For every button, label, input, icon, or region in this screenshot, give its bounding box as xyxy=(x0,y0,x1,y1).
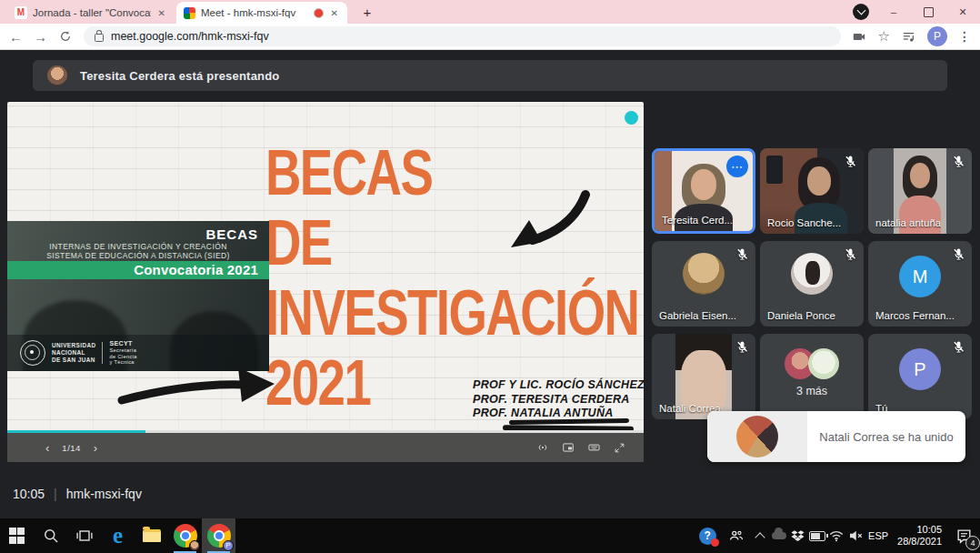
browser-menu-icon[interactable]: ⋮ xyxy=(958,29,971,44)
hand-arrow-down-left xyxy=(505,189,593,255)
back-button[interactable]: ← xyxy=(9,30,23,44)
mic-muted-icon xyxy=(952,155,965,168)
tile-daniela[interactable]: Daniela Ponce xyxy=(760,241,864,327)
photo-heading: BECAS xyxy=(205,226,258,242)
participant-name: Gabriela Eisen... xyxy=(659,310,736,321)
overflow-avatar xyxy=(808,348,839,379)
tile-natalia[interactable]: natalia antuña xyxy=(868,148,972,234)
taskbar-clock[interactable]: 10:05 28/8/2021 xyxy=(892,524,947,548)
keyboard-icon[interactable] xyxy=(587,441,601,454)
browser-toolbar: ← → meet.google.com/hmk-msxi-fqv ☆ P ⋮ xyxy=(0,24,980,50)
close-button[interactable]: ✕ xyxy=(945,0,980,24)
start-button[interactable] xyxy=(0,518,34,553)
fullscreen-icon[interactable] xyxy=(614,442,625,454)
university-name: UNIVERSIDAD NACIONAL DE SAN JUAN xyxy=(52,342,95,364)
tab-meet-active[interactable]: Meet - hmk-msxi-fqv ✕ xyxy=(176,2,347,24)
help-icon: ? xyxy=(699,528,716,545)
minimize-button[interactable]: – xyxy=(876,0,911,24)
mic-muted-icon xyxy=(735,247,749,261)
toast-avatar xyxy=(736,416,778,457)
tile-rocio[interactable]: Rocio Sanche... xyxy=(760,148,864,234)
language-indicator[interactable]: ESP xyxy=(865,518,892,553)
credits-underline xyxy=(509,418,629,425)
toast-text: Natali Correa se ha unido xyxy=(807,411,965,462)
chrome-profile-badge xyxy=(189,540,200,551)
task-view-icon xyxy=(75,527,94,545)
people-tray-icon[interactable] xyxy=(723,518,750,553)
forward-button[interactable]: → xyxy=(34,30,47,44)
dropbox-tray-icon[interactable] xyxy=(788,518,807,553)
mic-muted-icon xyxy=(844,155,857,168)
action-center-button[interactable]: 4 xyxy=(947,518,980,553)
battery-icon xyxy=(809,531,825,541)
university-seal-icon xyxy=(20,340,45,366)
meet-control-bar: 10:05 | hmk-msxi-fqv CC ⋮ i 12 xyxy=(0,468,980,518)
extension-icon[interactable] xyxy=(901,29,916,45)
new-tab-button[interactable]: + xyxy=(356,2,378,24)
tile-teresita[interactable]: ⋯ Teresita Cerd... xyxy=(652,148,755,234)
dropbox-icon xyxy=(790,528,805,544)
presenter-avatar xyxy=(47,65,67,85)
cast-icon[interactable] xyxy=(536,441,549,454)
cloud-icon xyxy=(772,532,786,539)
slide-photo: BECAS INTERNAS DE INVESTIGACIÓN Y CREACI… xyxy=(7,221,269,371)
chrome-window-1[interactable] xyxy=(168,518,202,553)
file-explorer-button[interactable] xyxy=(135,518,168,553)
browser-avatar[interactable]: P xyxy=(927,26,947,46)
window-profile-icon[interactable] xyxy=(853,4,869,20)
tab-jornada[interactable]: M Jornada - taller "Convocatoria a l ✕ xyxy=(7,2,175,24)
search-icon xyxy=(42,527,60,545)
network-tray-icon[interactable] xyxy=(826,518,845,553)
mic-muted-icon xyxy=(735,340,749,354)
task-view-button[interactable] xyxy=(67,518,101,553)
tile-more-options[interactable]: ⋯ xyxy=(726,156,748,177)
participant-name: Daniela Ponce xyxy=(767,310,835,321)
slide-viewer-bar: ‹ 1/14 › xyxy=(7,433,644,462)
bookmark-star-icon[interactable]: ☆ xyxy=(878,28,890,45)
tile-overflow[interactable]: 3 más xyxy=(760,334,864,419)
join-notification: Natali Correa se ha unido xyxy=(707,411,965,462)
mic-muted-icon xyxy=(952,340,965,354)
show-hidden-icons[interactable] xyxy=(750,518,769,553)
slide-credits: PROF Y LIC. ROCÍO SÁNCHEZ PROF. TERESITA… xyxy=(473,378,645,421)
edge-button[interactable]: e xyxy=(101,518,135,553)
meet-icon xyxy=(184,7,195,19)
prev-slide-button[interactable]: ‹ xyxy=(45,441,49,455)
shared-presentation[interactable]: BECAS DE INVESTIGACIÓN 2021 BECAS INTERN… xyxy=(7,102,644,462)
tab-title: Jornada - taller "Convocatoria a l xyxy=(33,7,151,18)
lock-icon xyxy=(95,34,104,42)
get-help-tray-icon[interactable]: ? xyxy=(692,518,723,553)
tile-gabriela[interactable]: Gabriela Eisen... xyxy=(652,241,755,327)
maximize-button[interactable] xyxy=(911,0,945,24)
onedrive-tray-icon[interactable] xyxy=(769,518,788,553)
media-camera-icon[interactable] xyxy=(852,29,867,45)
participant-name: Rocio Sanche... xyxy=(767,217,841,228)
pip-icon[interactable] xyxy=(562,441,575,454)
tile-you[interactable]: P Tú xyxy=(868,334,972,419)
people-icon xyxy=(728,528,745,544)
mic-muted-icon xyxy=(952,247,965,261)
tab-close-icon[interactable]: ✕ xyxy=(156,8,167,18)
url-bar[interactable]: meet.google.com/hmk-msxi-fqv xyxy=(84,26,841,46)
taskbar-search[interactable] xyxy=(34,518,67,553)
clock-time: 10:05 xyxy=(897,524,942,536)
presenting-text: Teresita Cerdera está presentando xyxy=(80,69,280,83)
tile-marcos[interactable]: M Marcos Fernan... xyxy=(868,241,972,327)
reload-button[interactable] xyxy=(58,29,73,44)
tab-close-icon[interactable]: ✕ xyxy=(329,8,340,18)
recording-indicator-icon xyxy=(314,8,324,18)
edge-icon: e xyxy=(113,523,123,548)
windows-taskbar: e P ? xyxy=(0,518,980,553)
volume-tray-icon[interactable] xyxy=(845,518,865,553)
hand-arrow-right xyxy=(116,362,278,409)
slide-teal-dot xyxy=(625,111,638,125)
chrome-window-2-active[interactable]: P xyxy=(202,518,235,553)
initial-avatar: M xyxy=(899,256,941,297)
tile-natali[interactable]: Natali Correa xyxy=(652,334,755,419)
battery-tray-icon[interactable] xyxy=(807,518,826,553)
photo-subline: INTERNAS DE INVESTIGACIÓN Y CREACIÓN xyxy=(7,242,269,251)
meeting-code: hmk-msxi-fqv xyxy=(66,487,142,501)
notification-count-badge: 4 xyxy=(965,536,980,550)
url-text: meet.google.com/hmk-msxi-fqv xyxy=(111,30,269,43)
next-slide-button[interactable]: › xyxy=(94,441,97,455)
